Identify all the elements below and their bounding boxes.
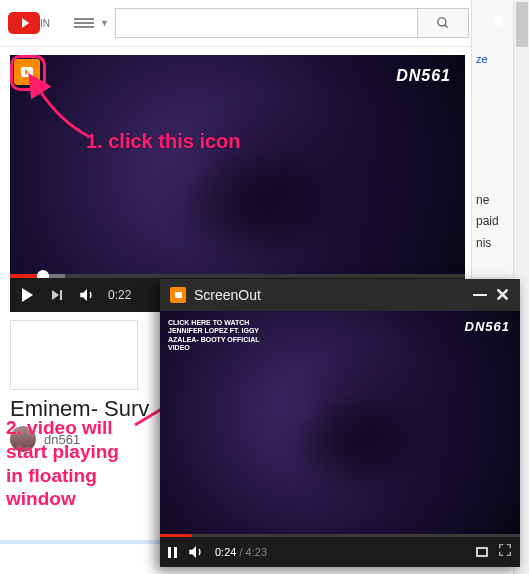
minimize-button[interactable]: [473, 294, 487, 296]
sidebar-text: paid: [476, 211, 513, 233]
page-divider: [0, 540, 160, 544]
elapsed-time: 0:22: [108, 288, 131, 302]
search-button[interactable]: [417, 8, 469, 38]
screenout-icon: [170, 287, 186, 303]
channel-watermark: DN561: [396, 67, 451, 85]
chevron-down-icon: ▼: [100, 18, 109, 28]
scrollbar-thumb[interactable]: [516, 2, 528, 47]
annotation-text-2: 2. video will start playing in floating …: [6, 416, 119, 511]
play-button[interactable]: [18, 286, 36, 304]
theater-mode-button[interactable]: [476, 547, 488, 557]
search-input[interactable]: [115, 8, 417, 38]
youtube-logo[interactable]: IN: [8, 8, 62, 38]
fullscreen-button[interactable]: [498, 543, 512, 561]
volume-button[interactable]: [187, 543, 205, 561]
next-button[interactable]: [48, 286, 66, 304]
close-button[interactable]: ✕: [495, 284, 510, 306]
popup-title-text: ScreenOut: [194, 287, 261, 303]
popup-video-controls: 0:24 / 4:23: [160, 537, 520, 567]
annotation-text-1: 1. click this icon: [86, 130, 241, 153]
search-icon: [436, 16, 450, 30]
pause-button[interactable]: [168, 547, 177, 558]
svg-line-1: [445, 25, 448, 28]
sidebar-text: ne: [476, 190, 513, 212]
popup-progress-bar[interactable]: [160, 534, 520, 537]
popup-titlebar[interactable]: ScreenOut ✕: [160, 279, 520, 311]
guide-menu-button[interactable]: [74, 13, 94, 33]
sidebar-text: nis: [476, 233, 513, 255]
youtube-region-label: IN: [40, 18, 50, 29]
sidebar-link[interactable]: ze: [476, 50, 513, 70]
volume-button[interactable]: [78, 286, 96, 304]
popup-time: 0:24 / 4:23: [215, 546, 267, 558]
search-form: [115, 8, 469, 38]
next-thumbnail[interactable]: [10, 320, 138, 390]
youtube-play-icon: [8, 12, 40, 34]
right-sidebar-fragment: ze ne paid nis: [471, 0, 513, 280]
youtube-topbar: IN ▼: [0, 0, 529, 47]
video-overlay-promo[interactable]: CLICK HERE TO WATCH JENNIFER LOPEZ FT. I…: [168, 319, 260, 353]
svg-point-0: [438, 18, 446, 26]
channel-watermark: DN561: [465, 319, 510, 334]
popup-video-frame[interactable]: CLICK HERE TO WATCH JENNIFER LOPEZ FT. I…: [160, 311, 520, 537]
screenout-floating-window[interactable]: ScreenOut ✕ CLICK HERE TO WATCH JENNIFER…: [160, 279, 520, 567]
